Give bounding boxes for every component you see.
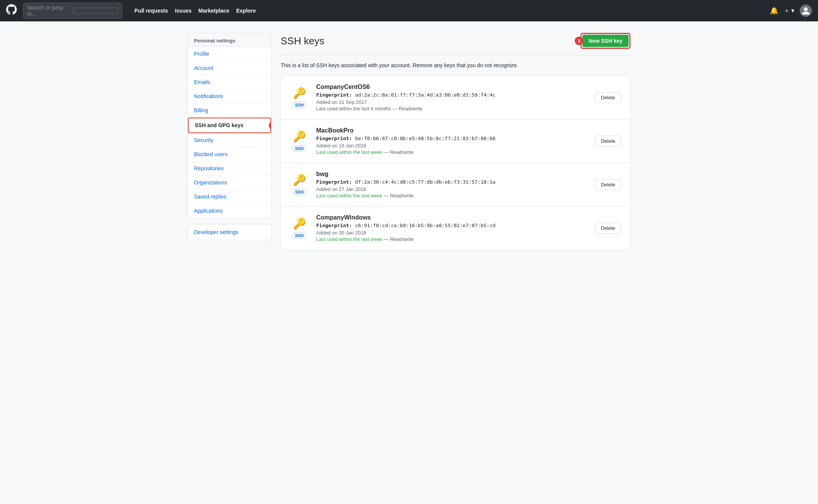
personal-settings-section: Personal settings Profile Account Emails… [188, 33, 272, 218]
table-row: 🔑 SSH bwg Fingerprint: df:2a:36:c4:4c:d0… [281, 163, 630, 207]
delete-button-1[interactable]: Delete [595, 92, 621, 103]
sidebar-item-ssh-gpg-keys[interactable]: SSH and GPG keys [189, 118, 270, 132]
nav-pull-requests[interactable]: Pull requests [134, 8, 168, 14]
delete-button-3[interactable]: Delete [595, 179, 621, 190]
sidebar-item-applications[interactable]: Applications [188, 204, 271, 218]
developer-settings-section: Developer settings [188, 224, 272, 240]
sidebar-item-blocked-users[interactable]: Blocked users [188, 147, 271, 162]
table-row: 🔑 SSH MacBookPro Fingerprint: be:f0:66:8… [281, 120, 630, 163]
page-layout: Personal settings Profile Account Emails… [180, 33, 638, 250]
sidebar-active-wrapper: SSH and GPG keys 2 [188, 118, 271, 133]
key-icon-1: 🔑 [293, 87, 306, 99]
ssh-badge-4: SSH [293, 232, 307, 239]
key-name-1: CompanyCentOS6 [316, 84, 587, 90]
key-icon-wrapper-4: 🔑 SSH [290, 217, 309, 239]
delete-button-4[interactable]: Delete [595, 223, 621, 234]
key-icon-wrapper-1: 🔑 SSH [290, 87, 309, 108]
table-row: 🔑 SSH CompanyCentOS6 Fingerprint: ad:2a:… [281, 76, 630, 120]
delete-button-2[interactable]: Delete [595, 136, 621, 147]
new-ssh-badge: 3 [575, 37, 583, 45]
key-details-1: CompanyCentOS6 Fingerprint: ad:2a:2c:8a:… [316, 84, 587, 111]
new-ssh-key-button[interactable]: New SSH key [582, 35, 629, 47]
key-icon-wrapper-2: 🔑 SSH [290, 130, 309, 152]
key-icon-2: 🔑 [293, 130, 306, 143]
key-icon-3: 🔑 [293, 174, 306, 186]
key-details-4: CompanyWindows Fingerprint: c6:91:f0:cd:… [316, 214, 587, 242]
key-usage-1: Last used within the last 4 months — Rea… [316, 106, 587, 111]
key-name-2: MacBookPro [316, 127, 587, 134]
sidebar-item-saved-replies[interactable]: Saved replies [188, 190, 271, 204]
sidebar-item-billing[interactable]: Billing [188, 103, 271, 118]
key-icon-4: 🔑 [293, 217, 306, 230]
sidebar-item-organizations[interactable]: Organizations [188, 176, 271, 190]
github-logo[interactable] [6, 4, 17, 18]
key-meta-1: Added on 11 Sep 2017 [316, 99, 587, 105]
sidebar-item-repositories[interactable]: Repositories [188, 162, 271, 176]
description-text: This is a list of SSH keys associated wi… [281, 61, 630, 69]
page-title: SSH keys [281, 35, 324, 47]
key-meta-4: Added on 30 Jan 2018 [316, 230, 587, 236]
main-header: SSH keys 3 New SSH key [281, 33, 630, 55]
key-meta-2: Added on 16 Jan 2018 [316, 143, 587, 149]
key-fingerprint-3: Fingerprint: df:2a:36:c4:4c:d0:c5:77:db:… [316, 179, 587, 185]
key-name-3: bwg [316, 171, 587, 178]
main-content: SSH keys 3 New SSH key This is a list of… [281, 33, 630, 250]
notifications-bell-icon[interactable]: 🔔 [770, 6, 778, 15]
key-meta-3: Added on 27 Jan 2018 [316, 186, 587, 192]
avatar[interactable] [800, 5, 812, 17]
sidebar: Personal settings Profile Account Emails… [188, 33, 272, 250]
navbar-right: 🔔 ＋ ▾ [770, 5, 812, 17]
key-details-2: MacBookPro Fingerprint: be:f0:66:87:c0:8… [316, 127, 587, 155]
nav-marketplace[interactable]: Marketplace [199, 8, 230, 14]
sidebar-item-emails[interactable]: Emails [188, 75, 271, 89]
sidebar-item-profile[interactable]: Profile [188, 47, 271, 61]
ssh-keys-list: 🔑 SSH CompanyCentOS6 Fingerprint: ad:2a:… [281, 76, 630, 250]
key-usage-4: Last used within the last week — Read/wr… [316, 236, 587, 242]
new-ssh-btn-wrapper: 3 New SSH key [580, 33, 630, 49]
search-placeholder: Search or jump to... [27, 5, 69, 17]
navbar: Search or jump to... / Pull requests Iss… [0, 0, 818, 21]
sidebar-item-security[interactable]: Security [188, 133, 271, 147]
ssh-badge-1: SSH [293, 102, 307, 108]
key-fingerprint-1: Fingerprint: ad:2a:2c:8a:61:f7:f7:3a:4d:… [316, 92, 587, 98]
table-row: 🔑 SSH CompanyWindows Fingerprint: c6:91:… [281, 207, 630, 250]
ssh-badge-3: SSH [293, 189, 307, 195]
nav-issues[interactable]: Issues [175, 8, 192, 14]
ssh-badge-2: SSH [293, 145, 307, 152]
search-bar[interactable]: Search or jump to... / [23, 3, 122, 19]
sidebar-section-title: Personal settings [188, 33, 271, 47]
key-details-3: bwg Fingerprint: df:2a:36:c4:4c:d0:c5:77… [316, 171, 587, 199]
key-fingerprint-4: Fingerprint: c6:91:f0:cd:ce:b9:16:b5:9b:… [316, 223, 587, 228]
sidebar-item-notifications[interactable]: Notifications [188, 89, 271, 103]
sidebar-item-account[interactable]: Account [188, 61, 271, 75]
search-kbd: / [72, 8, 118, 14]
key-icon-wrapper-3: 🔑 SSH [290, 174, 309, 195]
plus-icon[interactable]: ＋ ▾ [784, 7, 794, 15]
key-fingerprint-2: Fingerprint: be:f0:66:87:c0:8b:e5:48:5b:… [316, 136, 587, 141]
navbar-links: Pull requests Issues Marketplace Explore [134, 8, 256, 14]
key-usage-3: Last used within the last week — Read/wr… [316, 193, 587, 199]
developer-settings-link[interactable]: Developer settings [188, 225, 271, 240]
key-name-4: CompanyWindows [316, 214, 587, 221]
nav-explore[interactable]: Explore [236, 8, 255, 14]
key-usage-2: Last used within the last week — Read/wr… [316, 149, 587, 155]
